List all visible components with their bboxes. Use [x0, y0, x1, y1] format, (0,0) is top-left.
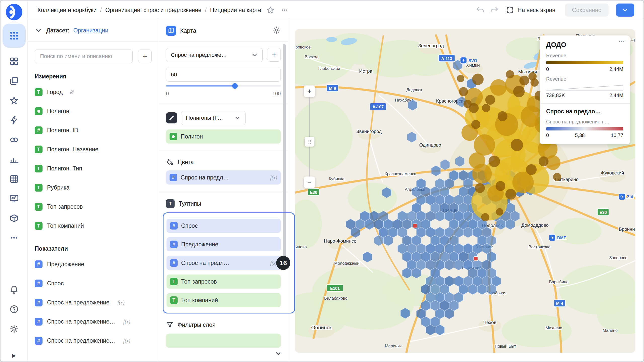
- svg-text:✈: ✈: [462, 58, 465, 63]
- dataset-field-row[interactable]: #Спрос на предложение…f(x): [35, 331, 152, 350]
- field-chip[interactable]: #Спрос: [167, 219, 281, 233]
- save-dropdown-button[interactable]: [616, 4, 634, 17]
- revenue-bubble: [482, 104, 490, 112]
- field-chip[interactable]: #Предложение: [167, 237, 281, 251]
- legend-menu-icon[interactable]: ⋯: [618, 37, 625, 45]
- opacity-slider[interactable]: [166, 83, 281, 89]
- dataset-field-row[interactable]: TТоп компаний: [35, 216, 152, 235]
- dataset-field-row[interactable]: TГород: [35, 82, 152, 102]
- help-icon[interactable]: [9, 304, 19, 314]
- map-label: ровское: [296, 45, 311, 49]
- dataset-field-row[interactable]: #Предложение: [35, 255, 152, 274]
- chart-settings-panel: Карта Спрос на предложе… + 60: [159, 20, 288, 361]
- zoom-in-button[interactable]: +: [304, 85, 315, 97]
- favorites-icon[interactable]: [9, 96, 19, 106]
- field-label: Полигон. Тип: [47, 165, 82, 172]
- zoom-out-button[interactable]: −: [304, 176, 315, 188]
- add-layer-button[interactable]: +: [267, 48, 281, 62]
- collections-icon[interactable]: [9, 76, 19, 86]
- layer-select-dropdown[interactable]: Спрос на предложе…: [166, 48, 263, 62]
- tables-icon[interactable]: [9, 174, 19, 184]
- chip-label: Спрос: [181, 222, 198, 229]
- dataset-name-link[interactable]: Организации: [73, 27, 108, 34]
- field-search-input[interactable]: [35, 50, 133, 63]
- onboarding-step-badge: 16: [276, 256, 290, 270]
- opacity-slider-knob[interactable]: [232, 83, 238, 89]
- storage-icon[interactable]: [9, 213, 19, 223]
- datalens-logo[interactable]: [5, 3, 23, 22]
- link-icon: [69, 89, 75, 95]
- geolayer-type-icon[interactable]: [166, 112, 177, 123]
- quick-actions-icon[interactable]: [9, 115, 19, 125]
- dataset-label: Датасет:: [46, 27, 69, 34]
- breadcrumb-item[interactable]: Организации: спрос и предложение: [105, 7, 201, 14]
- road-shield: А-113: [438, 55, 455, 62]
- saved-button[interactable]: Сохранено: [565, 4, 609, 17]
- dataset-field-row[interactable]: TПолигон. Тип: [35, 159, 152, 178]
- connections-icon[interactable]: [9, 135, 19, 145]
- road-shield: М-4: [554, 300, 566, 307]
- legend-title: ДОДО: [546, 41, 623, 49]
- notifications-icon[interactable]: [9, 285, 19, 295]
- redo-icon[interactable]: [489, 5, 499, 15]
- geotype-select-dropdown[interactable]: Полигоны (Г…: [181, 111, 246, 125]
- field-chip[interactable]: Полигон: [166, 129, 281, 144]
- dataset-field-row[interactable]: TРубрика: [35, 178, 152, 197]
- dataset-field-row[interactable]: Полигон: [35, 102, 152, 121]
- field-chip[interactable]: TТоп компаний: [167, 293, 281, 307]
- chip-label: Топ компаний: [181, 297, 218, 304]
- dataset-field-row[interactable]: #Спрос на предложение…f(x): [35, 312, 152, 331]
- chevron-down-icon[interactable]: [35, 26, 42, 35]
- monitoring-icon[interactable]: [9, 194, 19, 204]
- dimensions-section-title: Измерения: [35, 73, 152, 80]
- more-icon[interactable]: [9, 233, 19, 243]
- airport-code-label: ZIA: [627, 195, 633, 199]
- number-field-icon: #: [170, 222, 178, 230]
- layer-filter-chip[interactable]: [166, 334, 281, 348]
- field-label: Полигон. ID: [47, 127, 78, 134]
- rail-nav-icons: [9, 56, 19, 243]
- add-field-button[interactable]: +: [138, 50, 152, 63]
- datalens-app: ▶ Коллекции и воркбуки/Организации: спро…: [0, 0, 644, 362]
- fullscreen-button[interactable]: На весь экран: [506, 6, 555, 14]
- field-label: Полигон. Название: [47, 146, 98, 153]
- gear-icon[interactable]: [272, 26, 281, 35]
- field-chip[interactable]: #Спрос на предл…f(x): [166, 170, 281, 185]
- tooltips-section-header: T Тултипы: [166, 199, 281, 208]
- revenue-bubble: [485, 95, 495, 105]
- field-chip[interactable]: TТоп запросов: [167, 275, 281, 289]
- legend-size-label: Revenue: [546, 76, 623, 82]
- zoom-slider-thumb[interactable]: [305, 137, 314, 147]
- dataset-panel-header[interactable]: Датасет: Организации: [28, 20, 159, 41]
- breadcrumb-item[interactable]: Коллекции и воркбуки: [37, 7, 97, 14]
- dataset-field-row[interactable]: #Спрос: [35, 274, 152, 293]
- dataset-field-row[interactable]: TПолигон. Название: [35, 140, 152, 159]
- map-label: Наро-Фоминск: [324, 238, 356, 244]
- settings-icon[interactable]: [9, 324, 19, 334]
- field-chip[interactable]: #Спрос на предл…f(x): [167, 256, 281, 270]
- map-label: Барыбино: [549, 280, 569, 284]
- expand-panel-icon[interactable]: ▶: [1, 352, 27, 358]
- charts-icon[interactable]: [9, 154, 19, 164]
- text-field-icon: T: [35, 146, 43, 153]
- revenue-bubble: [481, 213, 490, 221]
- legend-scale-min: 0: [546, 132, 549, 138]
- favorite-star-icon[interactable]: [265, 5, 275, 15]
- field-label: Топ компаний: [47, 222, 84, 229]
- map-visualization-icon[interactable]: [166, 26, 176, 36]
- map-label: Черн: [631, 38, 635, 42]
- widgets-icon[interactable]: [9, 56, 19, 66]
- dataset-field-row[interactable]: #Полигон. ID: [35, 121, 152, 140]
- svg-text:✈: ✈: [620, 194, 624, 199]
- scroll-down-icon[interactable]: [275, 350, 282, 358]
- geotype-select-value: Полигоны (Г…: [186, 115, 223, 121]
- more-menu-icon[interactable]: [279, 5, 290, 15]
- undo-icon[interactable]: [475, 5, 485, 15]
- breadcrumb-item[interactable]: Пиццерии на карте: [210, 7, 261, 14]
- dataset-field-row[interactable]: TТоп запросов: [35, 197, 152, 216]
- top-header: Коллекции и воркбуки/Организации: спрос …: [28, 1, 643, 20]
- dataset-field-row[interactable]: #Спрос на предложениеf(x): [35, 293, 152, 312]
- opacity-value-input[interactable]: 60: [166, 68, 281, 82]
- apps-grid-button[interactable]: [3, 24, 26, 48]
- field-label: Спрос на предложение: [47, 299, 109, 306]
